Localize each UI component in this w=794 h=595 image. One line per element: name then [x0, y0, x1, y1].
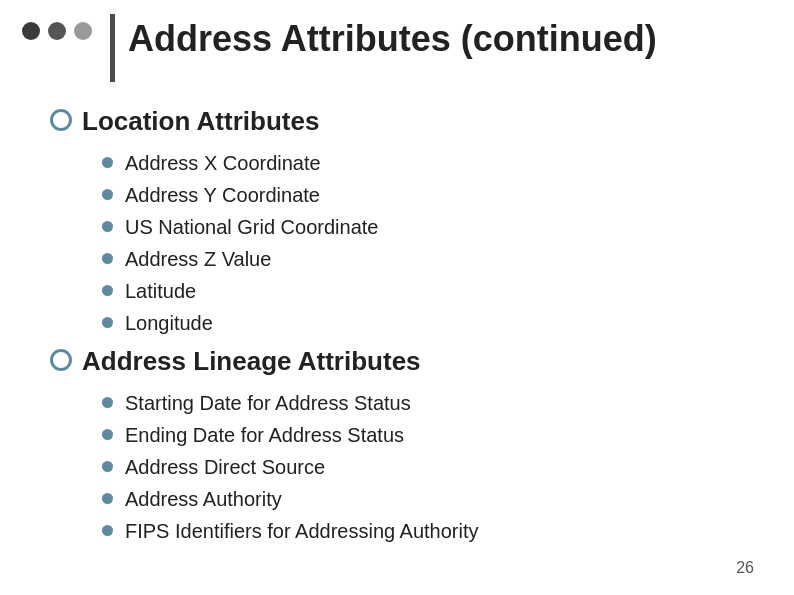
- sub-label: FIPS Identifiers for Addressing Authorit…: [125, 517, 479, 545]
- slide-title: Address Attributes (continued): [128, 18, 657, 60]
- location-sublist: Address X Coordinate Address Y Coordinat…: [102, 149, 744, 337]
- list-item: Ending Date for Address Status: [102, 421, 744, 449]
- sub-label: Latitude: [125, 277, 196, 305]
- sub-label: Address Y Coordinate: [125, 181, 320, 209]
- sub-label: US National Grid Coordinate: [125, 213, 378, 241]
- decorative-circles: [22, 22, 92, 40]
- circle-1: [22, 22, 40, 40]
- list-item: Address Authority: [102, 485, 744, 513]
- sub-bullet: [102, 525, 113, 536]
- list-item: Longitude: [102, 309, 744, 337]
- list-item: Address X Coordinate: [102, 149, 744, 177]
- sub-bullet: [102, 397, 113, 408]
- section-label-lineage: Address Lineage Attributes: [82, 345, 421, 379]
- section-bullet-location: [50, 109, 72, 131]
- sub-label: Longitude: [125, 309, 213, 337]
- sub-bullet: [102, 221, 113, 232]
- section-location: Location Attributes: [50, 105, 744, 139]
- sub-label: Address X Coordinate: [125, 149, 321, 177]
- slide: Address Attributes (continued) Location …: [0, 0, 794, 595]
- sub-bullet: [102, 317, 113, 328]
- list-item: Address Z Value: [102, 245, 744, 273]
- sub-bullet: [102, 461, 113, 472]
- sub-bullet: [102, 429, 113, 440]
- list-item: Address Y Coordinate: [102, 181, 744, 209]
- section-label-location: Location Attributes: [82, 105, 319, 139]
- list-item: Latitude: [102, 277, 744, 305]
- sub-bullet: [102, 157, 113, 168]
- sub-bullet: [102, 253, 113, 264]
- list-item: Address Direct Source: [102, 453, 744, 481]
- list-item: Starting Date for Address Status: [102, 389, 744, 417]
- sub-label: Starting Date for Address Status: [125, 389, 411, 417]
- vertical-divider: [110, 14, 115, 82]
- list-item: US National Grid Coordinate: [102, 213, 744, 241]
- list-item: FIPS Identifiers for Addressing Authorit…: [102, 517, 744, 545]
- circle-3: [74, 22, 92, 40]
- lineage-sublist: Starting Date for Address Status Ending …: [102, 389, 744, 545]
- sub-bullet: [102, 493, 113, 504]
- sub-label: Address Z Value: [125, 245, 271, 273]
- sub-label: Address Direct Source: [125, 453, 325, 481]
- sub-label: Address Authority: [125, 485, 282, 513]
- section-bullet-lineage: [50, 349, 72, 371]
- sub-bullet: [102, 189, 113, 200]
- sub-label: Ending Date for Address Status: [125, 421, 404, 449]
- sub-bullet: [102, 285, 113, 296]
- circle-2: [48, 22, 66, 40]
- slide-content: Location Attributes Address X Coordinate…: [50, 105, 744, 553]
- section-lineage: Address Lineage Attributes: [50, 345, 744, 379]
- page-number: 26: [736, 559, 754, 577]
